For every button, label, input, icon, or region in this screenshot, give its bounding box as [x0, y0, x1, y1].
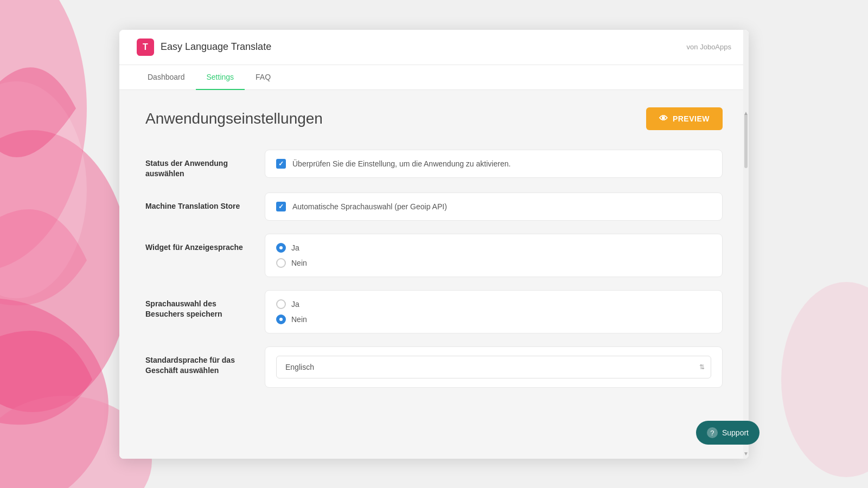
radio-save-nein-label: Nein — [291, 315, 307, 324]
page-title: Anwendungseinstellungen — [145, 110, 323, 127]
checkbox-status-label: Überprüfen Sie die Einstellung, um die A… — [292, 159, 510, 168]
vendor-label: von JoboApps — [687, 43, 731, 51]
settings-label-default-language: Standardsprache für das Geschäft auswähl… — [145, 346, 265, 376]
app-header: T Easy Language Translate von JoboApps — [119, 30, 749, 65]
tab-dashboard[interactable]: Dashboard — [137, 65, 196, 90]
settings-label-save-language: Sprachauswahl des Besuchers speichern — [145, 290, 265, 320]
radio-widget-nein[interactable]: Nein — [276, 258, 711, 268]
settings-row-default-language: Standardsprache für das Geschäft auswähl… — [145, 346, 723, 388]
settings-row-save-language: Sprachauswahl des Besuchers speichern Ja… — [145, 290, 723, 333]
checkbox-machine-translation[interactable] — [276, 202, 286, 211]
support-icon: ? — [707, 427, 718, 438]
tab-settings[interactable]: Settings — [196, 65, 245, 90]
radio-widget-ja[interactable]: Ja — [276, 243, 711, 253]
checkbox-machine-translation-label: Automatische Sprachauswahl (per Geoip AP… — [292, 202, 447, 211]
radio-widget-nein-indicator — [276, 258, 286, 268]
radio-widget-nein-label: Nein — [291, 259, 307, 267]
settings-control-status: Überprüfen Sie die Einstellung, um die A… — [265, 150, 723, 178]
nav-tabs: Dashboard Settings FAQ — [119, 65, 749, 90]
settings-control-machine-translation: Automatische Sprachauswahl (per Geoip AP… — [265, 192, 723, 221]
radio-save-ja-indicator — [276, 299, 286, 309]
settings-label-machine-translation: Machine Translation Store — [145, 192, 265, 212]
settings-label-widget-language: Widget für Anzeigesprache — [145, 234, 265, 253]
content-area: Anwendungseinstellungen 👁 PREVIEW Status… — [119, 90, 749, 459]
header-left: T Easy Language Translate — [137, 38, 271, 56]
scrollbar-thumb — [744, 114, 748, 168]
radio-widget-ja-indicator — [276, 243, 286, 253]
page-header: Anwendungseinstellungen 👁 PREVIEW — [145, 107, 723, 130]
select-wrapper-default-language: Englisch Deutsch Französisch Spanisch ⇅ — [276, 356, 711, 378]
settings-row-machine-translation: Machine Translation Store Automatische S… — [145, 192, 723, 221]
radio-save-ja-label: Ja — [291, 300, 299, 309]
scroll-up-icon[interactable]: ▲ — [743, 110, 749, 116]
checkbox-row-machine-translation: Automatische Sprachauswahl (per Geoip AP… — [276, 202, 711, 211]
radio-group-save-language: Ja Nein — [276, 299, 711, 324]
radio-save-nein[interactable]: Nein — [276, 314, 711, 324]
radio-save-nein-indicator — [276, 314, 286, 324]
radio-widget-ja-label: Ja — [291, 243, 299, 252]
eye-icon: 👁 — [659, 114, 668, 124]
settings-control-default-language: Englisch Deutsch Französisch Spanisch ⇅ — [265, 346, 723, 388]
radio-group-widget-language: Ja Nein — [276, 243, 711, 268]
radio-save-ja[interactable]: Ja — [276, 299, 711, 309]
support-button[interactable]: ? Support — [696, 421, 760, 445]
preview-button[interactable]: 👁 PREVIEW — [646, 107, 723, 130]
settings-control-save-language: Ja Nein — [265, 290, 723, 333]
support-button-label: Support — [722, 428, 749, 437]
scrollbar-track: ▲ ▼ — [743, 30, 749, 459]
settings-row-status: Status der Anwendung auswählen Überprüfe… — [145, 150, 723, 179]
settings-row-widget-language: Widget für Anzeigesprache Ja Nein — [145, 234, 723, 277]
checkbox-status[interactable] — [276, 159, 286, 169]
settings-control-widget-language: Ja Nein — [265, 234, 723, 277]
app-title: Easy Language Translate — [161, 41, 271, 53]
app-logo-icon: T — [137, 38, 154, 56]
select-default-language[interactable]: Englisch Deutsch Französisch Spanisch — [276, 356, 711, 378]
preview-button-label: PREVIEW — [673, 114, 710, 123]
tab-faq[interactable]: FAQ — [245, 65, 282, 90]
scroll-down-icon[interactable]: ▼ — [743, 451, 749, 457]
checkbox-row-status: Überprüfen Sie die Einstellung, um die A… — [276, 159, 711, 169]
settings-label-status: Status der Anwendung auswählen — [145, 150, 265, 179]
